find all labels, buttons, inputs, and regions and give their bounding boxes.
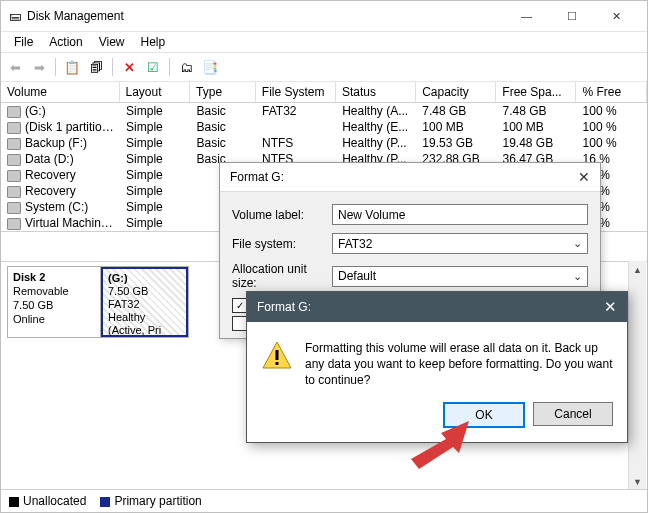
titlebar[interactable]: 🖴 Disk Management — ☐ ✕ [1, 1, 647, 32]
close-icon[interactable]: ✕ [578, 169, 590, 185]
format-dialog-titlebar[interactable]: Format G: ✕ [220, 163, 600, 192]
quick-format-checkbox[interactable]: ✓ [232, 298, 247, 313]
file-system-select[interactable]: FAT32 [332, 233, 588, 254]
forward-icon[interactable]: ➡ [29, 57, 49, 77]
warning-icon [261, 340, 293, 372]
back-icon[interactable]: ⬅ [5, 57, 25, 77]
volume-icon [7, 138, 21, 150]
menu-help[interactable]: Help [134, 33, 173, 51]
allocation-unit-select[interactable]: Default [332, 266, 588, 287]
separator [112, 58, 113, 76]
label-file-system: File system: [232, 237, 332, 251]
settings-icon[interactable]: 📑 [200, 57, 220, 77]
menubar: File Action View Help [1, 32, 647, 52]
disk-info: Disk 2 Removable 7.50 GB Online [8, 267, 101, 337]
menu-file[interactable]: File [7, 33, 40, 51]
toolbar: ⬅ ➡ 📋 🗐 ✕ ☑ 🗂 📑 [1, 52, 647, 82]
disk-size: 7.50 GB [13, 299, 53, 311]
disk-management-window: 🖴 Disk Management — ☐ ✕ File Action View… [0, 0, 648, 513]
col-status[interactable]: Status [336, 82, 416, 102]
confirm-dialog-titlebar[interactable]: Format G: ✕ [247, 292, 627, 322]
volume-icon [7, 106, 21, 118]
separator [169, 58, 170, 76]
partition-line2: Healthy (Active, Pri [108, 311, 161, 336]
svg-rect-2 [276, 362, 279, 365]
legend-unallocated-label: Unallocated [23, 494, 86, 508]
col-filesystem[interactable]: File System [256, 82, 336, 102]
properties-icon[interactable]: 🗐 [86, 57, 106, 77]
separator [55, 58, 56, 76]
maximize-button[interactable]: ☐ [549, 1, 594, 31]
col-freespace[interactable]: Free Spa... [496, 82, 576, 102]
disk-row[interactable]: Disk 2 Removable 7.50 GB Online (G:) 7.5… [7, 266, 189, 338]
volume-icon [7, 154, 21, 166]
delete-icon[interactable]: ✕ [119, 57, 139, 77]
disk-name: Disk 2 [13, 271, 45, 283]
col-pctfree[interactable]: % Free [576, 82, 647, 102]
format-dialog-title: Format G: [230, 170, 284, 184]
col-type[interactable]: Type [190, 82, 256, 102]
scroll-down-icon[interactable]: ▼ [629, 473, 646, 490]
app-icon: 🖴 [9, 9, 21, 23]
legend-primary-label: Primary partition [114, 494, 201, 508]
close-button[interactable]: ✕ [594, 1, 639, 31]
table-row[interactable]: (Disk 1 partition 2)SimpleBasicHealthy (… [1, 119, 647, 135]
enable-checkbox[interactable] [232, 316, 247, 331]
table-row[interactable]: Backup (F:)SimpleBasicNTFSHealthy (P...1… [1, 135, 647, 151]
scroll-up-icon[interactable]: ▲ [629, 261, 646, 278]
ok-button[interactable]: OK [443, 402, 525, 428]
cancel-button[interactable]: Cancel [533, 402, 613, 426]
menu-view[interactable]: View [92, 33, 132, 51]
confirm-dialog: Format G: ✕ Formatting this volume will … [246, 291, 628, 443]
legend-primary-swatch [100, 497, 110, 507]
window-title: Disk Management [27, 9, 504, 23]
partition-block[interactable]: (G:) 7.50 GB FAT32 Healthy (Active, Pri [101, 267, 188, 337]
legend: Unallocated Primary partition [1, 489, 647, 512]
col-capacity[interactable]: Capacity [416, 82, 496, 102]
scrollbar-vertical[interactable]: ▲ ▼ [628, 261, 646, 490]
help-icon[interactable]: ☑ [143, 57, 163, 77]
layout-icon[interactable]: 🗂 [176, 57, 196, 77]
volume-icon [7, 122, 21, 134]
disk-kind: Removable [13, 285, 69, 297]
partition-line1: 7.50 GB FAT32 [108, 285, 148, 310]
volume-icon [7, 202, 21, 214]
minimize-button[interactable]: — [504, 1, 549, 31]
menu-action[interactable]: Action [42, 33, 89, 51]
partition-label: (G:) [108, 272, 128, 284]
col-layout[interactable]: Layout [120, 82, 191, 102]
label-allocation-unit: Allocation unit size: [232, 262, 332, 290]
volume-label-input[interactable] [332, 204, 588, 225]
legend-unallocated-swatch [9, 497, 19, 507]
label-volume-label: Volume label: [232, 208, 332, 222]
col-volume[interactable]: Volume [1, 82, 120, 102]
svg-rect-1 [276, 350, 279, 360]
refresh-icon[interactable]: 📋 [62, 57, 82, 77]
confirm-message: Formatting this volume will erase all da… [305, 340, 613, 388]
volume-icon [7, 170, 21, 182]
table-row[interactable]: (G:)SimpleBasicFAT32Healthy (A...7.48 GB… [1, 103, 647, 119]
confirm-dialog-title: Format G: [257, 300, 311, 314]
close-icon[interactable]: ✕ [604, 298, 617, 316]
volume-icon [7, 218, 21, 230]
volume-icon [7, 186, 21, 198]
disk-state: Online [13, 313, 45, 325]
grid-header: Volume Layout Type File System Status Ca… [1, 82, 647, 103]
